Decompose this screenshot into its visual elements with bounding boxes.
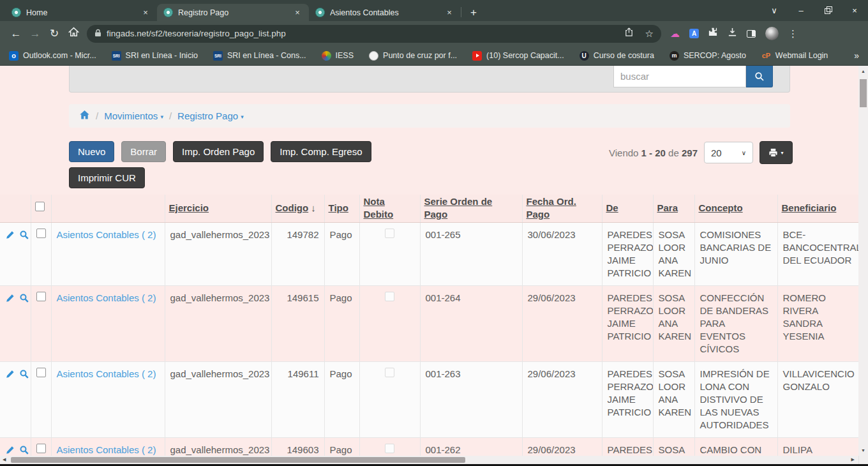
tab-title: Home — [26, 8, 135, 17]
breadcrumb-movimientos[interactable]: Movimientos▾ — [104, 110, 163, 121]
search-input[interactable] — [613, 66, 746, 87]
new-tab-button[interactable]: + — [465, 4, 482, 21]
header-codigo[interactable]: Codigo ↓ — [271, 195, 324, 222]
browser-menu-icon[interactable]: ⋮ — [788, 28, 798, 40]
asientos-contables-link[interactable]: Asientos Contables ( 2) — [57, 368, 156, 379]
view-icon[interactable] — [19, 446, 31, 456]
nuevo-button[interactable]: Nuevo — [69, 141, 114, 162]
bookmark-outlook[interactable]: oOutlook.com - Micr... — [9, 51, 96, 61]
browser-home-icon[interactable] — [64, 27, 83, 40]
home-icon[interactable] — [79, 110, 90, 122]
edit-icon[interactable] — [5, 230, 19, 241]
scroll-right-icon[interactable]: ▶ — [851, 457, 855, 462]
asientos-contables-link[interactable]: Asientos Contables ( 2) — [57, 444, 156, 455]
bookmark-punto-de-cruz[interactable]: Punto de cruz por f... — [369, 51, 457, 61]
close-tab-icon[interactable]: × — [292, 8, 303, 18]
minimize-icon[interactable]: – — [788, 0, 814, 21]
profile-avatar[interactable] — [765, 27, 779, 40]
tab-asientos-contables[interactable]: Asientos Contables × — [309, 4, 461, 21]
scroll-up-icon[interactable]: ▲ — [858, 69, 868, 73]
imp-orden-pago-button[interactable]: Imp. Orden Pago — [173, 141, 264, 162]
share-icon[interactable] — [624, 27, 634, 40]
view-icon[interactable] — [19, 230, 31, 241]
row-checkbox[interactable] — [36, 368, 46, 377]
side-panel-icon[interactable] — [747, 30, 756, 38]
edit-icon[interactable] — [5, 446, 19, 456]
scroll-left-icon[interactable]: ◀ — [3, 457, 6, 462]
header-de[interactable]: De — [602, 195, 653, 222]
bookmark-sri-consultas[interactable]: SRISRI en Línea - Cons... — [213, 51, 306, 61]
bookmark-iess[interactable]: IESS — [322, 51, 354, 61]
borrar-button[interactable]: Borrar — [121, 141, 166, 162]
header-serie[interactable]: Serie Orden de Pago — [420, 195, 522, 222]
select-all-checkbox[interactable] — [35, 202, 45, 211]
view-icon[interactable] — [19, 370, 31, 380]
bookmark-webmail[interactable]: cPWebmail Login — [761, 51, 828, 61]
tab-separator — [461, 7, 461, 17]
downloads-icon[interactable] — [728, 27, 737, 40]
page-size-select[interactable]: 20 ∨ — [704, 142, 753, 163]
tipo-cell: Pago — [324, 361, 359, 437]
cpanel-icon: cP — [761, 51, 771, 61]
bookmarks-overflow-icon[interactable]: » — [854, 50, 859, 61]
browser-toolbar: ← → ↻ fingads.net/sf2/tesoreria/registro… — [0, 21, 868, 46]
vertical-scroll-thumb[interactable] — [860, 79, 867, 107]
bookmark-star-icon[interactable]: ☆ — [645, 28, 654, 40]
nota-debito-checkbox — [385, 444, 394, 453]
forward-icon[interactable]: → — [26, 27, 45, 40]
restore-icon[interactable] — [814, 0, 841, 21]
header-beneficiario[interactable]: Beneficiario — [777, 195, 858, 222]
paging-controls: Viendo 1 - 20 de 297 20 ∨ ▾ — [609, 141, 793, 164]
moodle-icon: m — [670, 51, 679, 61]
actions-header — [0, 195, 31, 222]
tab-search-icon[interactable]: ∨ — [761, 0, 788, 21]
header-fecha[interactable]: Fecha Ord. Pago — [522, 195, 602, 222]
row-checkbox[interactable] — [36, 444, 46, 453]
chevron-down-icon: ∨ — [742, 149, 746, 156]
scroll-down-icon[interactable]: ▼ — [858, 448, 868, 453]
asientos-contables-link[interactable]: Asientos Contables ( 2) — [57, 229, 156, 240]
reload-icon[interactable]: ↻ — [45, 27, 64, 40]
view-icon[interactable] — [19, 294, 31, 304]
horizontal-scrollbar[interactable]: ◀ ▶ — [0, 456, 858, 464]
vertical-scrollbar[interactable]: ▲ ▼ — [858, 66, 868, 456]
tab-home[interactable]: Home × — [5, 4, 157, 21]
breadcrumb-registro-pago[interactable]: Registro Pago▾ — [177, 110, 244, 121]
horizontal-scroll-thumb[interactable] — [11, 457, 465, 463]
header-ejercicio[interactable]: Ejercicio — [165, 195, 271, 222]
lock-icon[interactable] — [94, 28, 101, 40]
tipo-cell: Pago — [324, 222, 359, 285]
beneficiario-cell: ROMERO RIVERA SANDRA YESENIA — [777, 285, 858, 361]
window-close-icon[interactable]: × — [841, 0, 868, 21]
imprimir-cur-button[interactable]: Imprimir CUR — [69, 167, 145, 188]
url-text: fingads.net/sf2/tesoreria/registro_pago_… — [107, 29, 286, 38]
search-button[interactable] — [746, 66, 773, 87]
print-button[interactable]: ▾ — [760, 141, 793, 164]
row-checkbox[interactable] — [36, 229, 46, 238]
header-nota-debito[interactable]: Nota Debito — [359, 195, 420, 222]
header-concepto[interactable]: Concepto — [694, 195, 777, 222]
edit-icon[interactable] — [5, 370, 19, 380]
cloud-extension-icon[interactable]: ☁ — [670, 28, 680, 40]
close-tab-icon[interactable]: × — [444, 8, 454, 18]
imp-comp-egreso-button[interactable]: Imp. Comp. Egreso — [271, 141, 371, 162]
bookmark-sri-inicio[interactable]: SRISRI en Línea - Inicio — [112, 51, 198, 61]
serie-cell: 001-264 — [420, 285, 522, 361]
asientos-contables-link[interactable]: Asientos Contables ( 2) — [57, 292, 156, 303]
tab-strip: Home × Registro Pago × Asientos Contable… — [0, 0, 868, 21]
bookmark-sercop-agosto[interactable]: mSERCOP: Agosto — [670, 51, 746, 61]
extensions-puzzle-icon[interactable] — [708, 27, 718, 40]
back-icon[interactable]: ← — [6, 27, 26, 40]
close-tab-icon[interactable]: × — [140, 8, 151, 18]
address-bar[interactable]: fingads.net/sf2/tesoreria/registro_pago_… — [87, 25, 661, 43]
edit-icon[interactable] — [5, 294, 19, 304]
row-checkbox[interactable] — [36, 292, 46, 301]
tab-registro-pago[interactable]: Registro Pago × — [157, 4, 309, 21]
translate-icon[interactable]: A — [689, 29, 699, 38]
bookmark-curso-costura[interactable]: UCurso de costura — [580, 51, 654, 61]
site-favicon — [11, 8, 21, 17]
header-tipo[interactable]: Tipo — [324, 195, 359, 222]
bookmark-sercop-youtube[interactable]: (10) Sercop Capacit... — [472, 51, 564, 61]
table-row: Asientos Contables ( 2) gad_vallehermos_… — [0, 285, 858, 361]
header-para[interactable]: Para — [653, 195, 694, 222]
